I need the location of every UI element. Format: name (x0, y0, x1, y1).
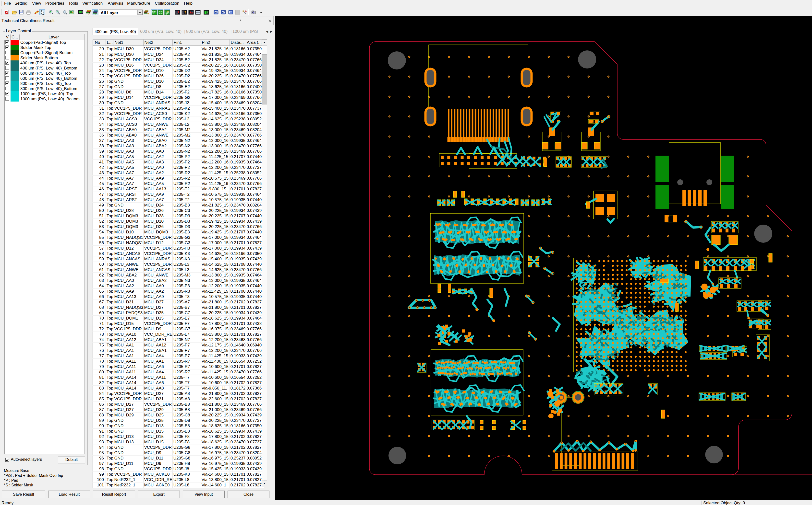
svg-text:E: E (207, 11, 209, 14)
svg-text:A: A (89, 12, 90, 15)
svg-text:P: P (96, 12, 97, 15)
